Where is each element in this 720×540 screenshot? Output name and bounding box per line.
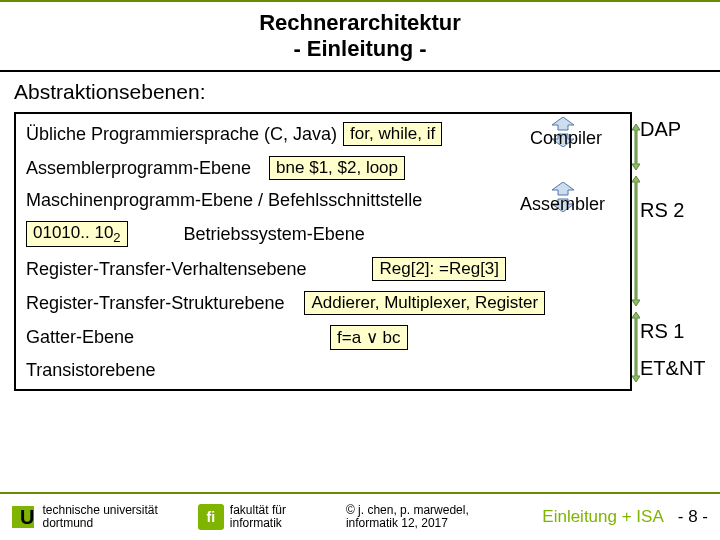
- rtl-structure-example: Addierer, Multiplexer, Register: [304, 291, 545, 315]
- row-rtl-behavior: Register-Transfer-Verhaltensebene Reg[2]…: [26, 257, 620, 281]
- section-heading: Abstraktionsebenen:: [14, 80, 706, 104]
- fi-logo: fi: [198, 504, 224, 530]
- range-arrow-rs2: [632, 176, 640, 306]
- os-label: Betriebssystem-Ebene: [184, 224, 365, 245]
- asm-label: Assemblerprogramm-Ebene: [26, 158, 251, 179]
- row-transistor: Transistorebene: [26, 360, 620, 381]
- rtl-behavior-example: Reg[2]: =Reg[3]: [372, 257, 506, 281]
- asm-example: bne $1, $2, loop: [269, 156, 405, 180]
- range-arrow-rs1: [632, 312, 640, 382]
- svg-marker-5: [632, 176, 640, 306]
- machine-label: Maschinenprogramm-Ebene / Befehlsschnitt…: [26, 190, 422, 211]
- side-rs1: RS 1: [640, 320, 710, 343]
- tu-logo: U: [12, 506, 34, 529]
- course-column: DAP RS 2 RS 1 ET&NT: [640, 112, 710, 428]
- row-gate: Gatter-Ebene f=a ∨ bc: [26, 325, 620, 350]
- range-arrow-dap: [632, 124, 640, 170]
- compiler-label: Compiler: [530, 128, 602, 149]
- footer: U technische universitätdortmund fi faku…: [0, 492, 720, 540]
- rtl-behavior-label: Register-Transfer-Verhaltensebene: [26, 259, 306, 280]
- side-rs2: RS 2: [640, 199, 710, 222]
- row-asm: Assemblerprogramm-Ebene bne $1, $2, loop: [26, 156, 620, 180]
- levels-box: Übliche Programmiersprache (C, Java) for…: [14, 112, 632, 391]
- gate-label: Gatter-Ebene: [26, 327, 134, 348]
- title-line-1: Rechnerarchitektur: [0, 10, 720, 36]
- side-etnt: ET&NT: [640, 357, 710, 380]
- binary-example: 01010.. 102: [26, 221, 128, 247]
- university-name: technische universitätdortmund: [42, 504, 157, 530]
- side-dap: DAP: [640, 118, 710, 141]
- breadcrumb: Einleitung + ISA: [542, 507, 663, 527]
- row-os: 01010.. 102 Betriebssystem-Ebene: [26, 221, 620, 247]
- page-number: - 8 -: [678, 507, 708, 527]
- copyright: © j. chen, p. marwedel,informatik 12, 20…: [346, 504, 469, 530]
- faculty-name: fakultät fürinformatik: [230, 504, 286, 530]
- row-rtl-structure: Register-Transfer-Strukturebene Addierer…: [26, 291, 620, 315]
- rtl-structure-label: Register-Transfer-Strukturebene: [26, 293, 284, 314]
- title-line-2: - Einleitung -: [0, 36, 720, 62]
- slide-title: Rechnerarchitektur - Einleitung -: [0, 2, 720, 68]
- svg-marker-4: [632, 124, 640, 170]
- hll-label: Übliche Programmiersprache (C, Java): [26, 124, 337, 145]
- svg-marker-6: [632, 312, 640, 382]
- transistor-label: Transistorebene: [26, 360, 155, 381]
- assembler-label: Assembler: [520, 194, 605, 215]
- hll-example: for, while, if: [343, 122, 442, 146]
- gate-example: f=a ∨ bc: [330, 325, 408, 350]
